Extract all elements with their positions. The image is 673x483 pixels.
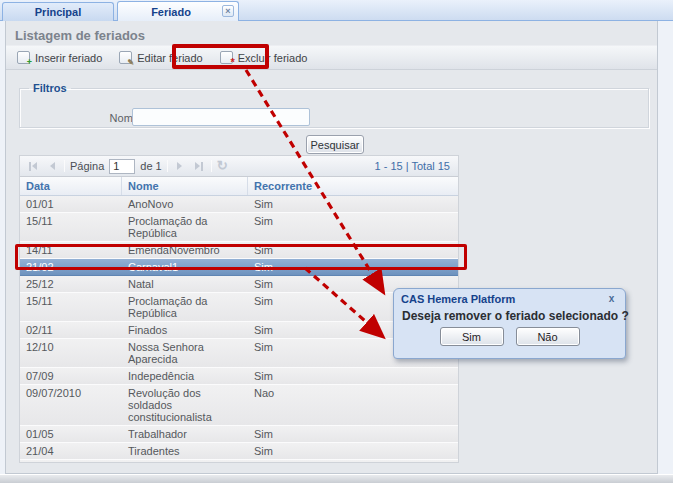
tab-strip: Principal Feriado × [0,0,673,21]
tab-feriado-label: Feriado [151,6,191,18]
table-cell: Proclamação da República [122,293,248,321]
table-cell: Nao [248,385,458,425]
table-cell: Sim [248,460,458,463]
search-button[interactable]: Pesquisar [306,135,364,154]
edit-holiday-button[interactable]: ✎ Editar feriado [115,49,209,66]
holidays-panel: Listagem de feriados + Inserir feriado ✎… [5,21,658,474]
table-cell: Tiradentes [122,443,248,459]
name-input[interactable] [132,108,310,126]
table-row[interactable]: 01/02TesteCarlaSim [20,460,458,463]
table-cell: Revolução dos soldados constitucionalist… [122,385,248,425]
table-cell: AnoNovo [122,196,248,212]
tab-principal[interactable]: Principal [2,2,114,21]
pencil-icon: ✎ [128,58,135,67]
yes-button[interactable]: Sim [440,327,504,346]
tab-close-icon[interactable]: × [222,5,234,17]
insert-holiday-button[interactable]: + Inserir feriado [13,49,109,66]
table-cell: 01/05 [20,426,122,442]
first-page-button[interactable] [26,159,40,173]
table-cell: 07/09 [20,368,122,384]
prev-page-button[interactable] [45,159,59,173]
next-page-button[interactable] [173,159,187,173]
dialog-message: Deseja remover o feriado selecionado ? [394,306,625,327]
page-label: Página [70,160,104,172]
table-row[interactable]: 09/07/2010Revolução dos soldados constit… [20,385,458,426]
delete-holiday-label: Excluir feriado [238,52,308,64]
table-cell: Sim [248,426,458,442]
table-cell: TesteCarla [122,460,248,463]
no-button[interactable]: Não [516,327,580,346]
table-row[interactable]: 14/11EmendaNovembroSim [20,242,458,259]
dialog-buttons: Sim Não [394,327,625,346]
paging-separator [211,160,212,172]
table-cell: Sim [248,213,458,241]
table-row[interactable]: 25/12NatalSim [20,276,458,293]
table-row[interactable]: 07/09IndepedênciaSim [20,368,458,385]
edit-holiday-label: Editar feriado [137,52,202,64]
table-row[interactable]: 01/01AnoNovoSim [20,196,458,213]
table-cell: Sim [248,443,458,459]
app-window: Principal Feriado × Listagem de feriados… [0,0,673,483]
table-cell: 15/11 [20,293,122,321]
paging-toolbar: Página de 1 ↻ 1 - 15 | Total 15 [20,156,458,177]
edit-holiday-icon: ✎ [119,51,132,64]
delete-badge-icon: * [230,58,234,67]
table-cell: EmendaNovembro [122,242,248,258]
table-cell: Sim [248,196,458,212]
paging-separator [167,160,168,172]
column-header-data[interactable]: Data [20,177,122,195]
column-header-nome[interactable]: Nome [122,177,248,195]
table-cell: Sim [248,368,458,384]
insert-holiday-label: Inserir feriado [35,52,102,64]
table-cell: 15/11 [20,213,122,241]
dialog-title-bar[interactable]: CAS Hemera Platform x [394,289,625,306]
plus-icon: + [27,58,32,67]
table-cell: 09/07/2010 [20,385,122,425]
table-cell: Carnaval1 [122,259,248,275]
table-row[interactable]: 15/11Proclamação da RepúblicaSim [20,213,458,242]
column-header-recorrente[interactable]: Recorrente [248,177,458,195]
delete-holiday-icon: * [220,51,233,64]
confirm-dialog: CAS Hemera Platform x Deseja remover o f… [393,288,626,359]
table-cell: 21/04 [20,443,122,459]
table-cell: 02/11 [20,322,122,338]
table-cell: 21/02 [20,259,122,275]
table-row[interactable]: 21/02Carnaval1Sim [20,259,458,276]
table-header: Data Nome Recorrente [20,177,458,196]
table-cell: Nossa Senhora Aparecida [122,339,248,367]
table-cell: Indepedência [122,368,248,384]
toolbar: + Inserir feriado ✎ Editar feriado * Exc… [6,45,657,70]
page-number-input[interactable] [109,159,135,174]
bottom-status-strip [0,474,673,483]
insert-holiday-icon: + [17,51,30,64]
page-of-label: de 1 [140,160,161,172]
table-cell: 01/01 [20,196,122,212]
record-range-label: 1 - 15 | Total 15 [375,160,452,172]
table-cell: Sim [248,259,458,275]
filters-fieldset: Filtros Nome: [19,82,649,128]
table-cell: Sim [248,242,458,258]
paging-separator [64,160,65,172]
table-cell: 12/10 [20,339,122,367]
table-cell: 01/02 [20,460,122,463]
table-row[interactable]: 21/04TiradentesSim [20,443,458,460]
filters-legend: Filtros [29,82,71,94]
table-cell: Trabalhador [122,426,248,442]
dialog-title: CAS Hemera Platform [401,293,515,305]
delete-holiday-button[interactable]: * Excluir feriado [216,49,315,66]
table-cell: Natal [122,276,248,292]
table-cell: Proclamação da República [122,213,248,241]
last-page-button[interactable] [192,159,206,173]
refresh-icon[interactable]: ↻ [217,159,228,173]
page-title: Listagem de feriados [15,28,145,43]
tab-principal-label: Principal [35,6,81,18]
tab-feriado[interactable]: Feriado × [117,1,239,21]
table-cell: 14/11 [20,242,122,258]
table-cell: Finados [122,322,248,338]
dialog-close-icon[interactable]: x [605,292,618,305]
table-row[interactable]: 01/05TrabalhadorSim [20,426,458,443]
table-cell: 25/12 [20,276,122,292]
